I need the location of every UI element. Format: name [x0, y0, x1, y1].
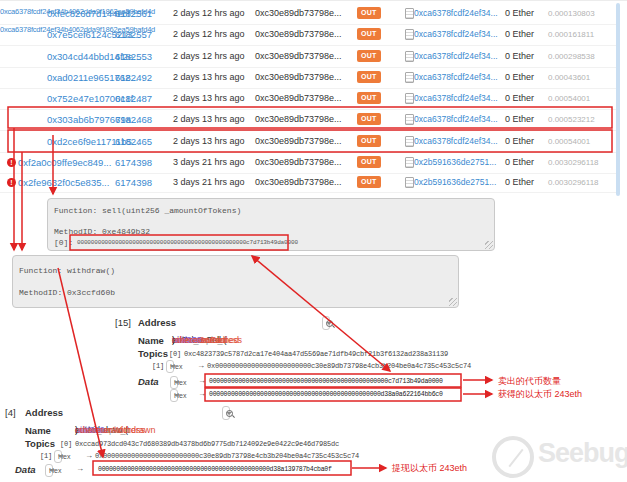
- tx-hash-link[interactable]: 0xf2a0c09ffe9ec849...: [18, 152, 111, 173]
- value-text: 0 Ether: [505, 152, 534, 173]
- txfee-text: 0.00054001: [548, 88, 590, 109]
- value-text: 0 Ether: [505, 88, 534, 109]
- data-value-tokens: 0000000000000000000000000000000000000000…: [209, 378, 443, 385]
- topics-label: Topics: [138, 348, 168, 359]
- block-link[interactable]: 6174398: [115, 152, 152, 173]
- from-address: 0xc30e89db73798e...: [255, 88, 342, 109]
- block-link[interactable]: 6182465: [115, 131, 152, 152]
- to-address-link[interactable]: 0xca6378fcdf24ef34...: [414, 88, 498, 109]
- contract-icon: [405, 93, 414, 104]
- arrow-glyph: →: [76, 464, 84, 473]
- to-address-link[interactable]: 0xca6378fcdf24ef34...: [414, 131, 498, 152]
- txfee-text: 0.00043601: [548, 67, 590, 88]
- txfee-text: 0.0030296118: [548, 152, 599, 173]
- seebug-watermark: Seebug: [488, 434, 627, 482]
- value-text: 0 Ether: [505, 67, 534, 88]
- topic0-value: 0xccad973dcd043c7d680389db4378bd6b9775db…: [75, 440, 339, 448]
- txfee-text: 0.000161811: [548, 24, 594, 45]
- arrow-glyph: →: [85, 451, 93, 460]
- txfee-text: 0.000130803: [548, 3, 595, 24]
- to-address-link[interactable]: 0xca6378fcdf24ef34...: [414, 109, 498, 130]
- age-text: 2 days 12 hrs ago: [173, 46, 245, 67]
- lookup-button[interactable]: [222, 406, 230, 420]
- scrollbar[interactable]: [616, 3, 620, 196]
- name-label: Name: [138, 335, 164, 346]
- age-text: 2 days 13 hrs ago: [173, 131, 245, 152]
- data-label: Data: [138, 376, 159, 387]
- txfee-text: 0.00054001: [548, 131, 590, 152]
- table-row: 0x752e47e10700c1f... 6182487 2 days 13 h…: [0, 88, 616, 110]
- table-row-withdraw-tx: 0xd2ce6f9e11711b5... 6182465 2 days 13 h…: [0, 131, 616, 153]
- block-link[interactable]: 6182492: [115, 67, 152, 88]
- arrow-glyph: →: [198, 389, 206, 398]
- sell-input-data-box: Function: sell(uint256 _amountOfTokens) …: [47, 198, 495, 251]
- tx-table: 0xfec826d7d144ecf... 6182561 2 days 12 h…: [0, 0, 627, 197]
- chevron-down-icon: [174, 381, 180, 384]
- value-text: 0 Ether: [505, 24, 534, 45]
- topic-index: [0]: [60, 440, 72, 448]
- hex-dropdown[interactable]: Hex: [54, 450, 62, 463]
- txfee-text: 0.000298538: [548, 46, 595, 67]
- txfee-text: 0.0030296118: [548, 172, 599, 193]
- block-link[interactable]: 6182468: [115, 109, 152, 130]
- topic1-value: 0x000000000000000000000000c30e89db73798e…: [95, 452, 359, 460]
- to-address-link[interactable]: 0xca6378fcdf24ef34...: [414, 3, 498, 24]
- param-value: 0000000000000000000000000000000000000000…: [77, 239, 298, 246]
- to-address-link[interactable]: 0x2b591636de2751...: [414, 172, 496, 193]
- resize-grip-icon[interactable]: [449, 298, 457, 306]
- arrow-glyph: →: [198, 376, 206, 385]
- block-link[interactable]: 6174398: [115, 172, 152, 193]
- table-row: 0xad0211e9651762... 6182492 2 days 13 hr…: [0, 67, 616, 89]
- direction-badge: OUT: [357, 113, 381, 125]
- age-text: 2 days 12 hrs ago: [173, 24, 245, 45]
- data-label: Data: [15, 464, 36, 475]
- table-row: 0xfec826d7d144ecf... 6182561 2 days 12 h…: [0, 3, 616, 25]
- to-address-link[interactable]: 0x2b591636de2751...: [414, 152, 496, 173]
- contract-icon: [405, 177, 414, 188]
- to-address-link[interactable]: 0xca6378fcdf24ef34...: [414, 24, 498, 45]
- block-link[interactable]: 6182553: [115, 46, 152, 67]
- method-id: MethodID: 0xe4849b32: [54, 227, 150, 236]
- contract-icon: [405, 136, 414, 147]
- topic1-value: 0x000000000000000000000000c30e89db73798e…: [207, 362, 471, 370]
- value-text: 0 Ether: [505, 131, 534, 152]
- hex-dropdown[interactable]: Hex: [166, 360, 174, 373]
- withdraw-input-data-box: Function: withdraw() MethodID: 0x3ccfd60…: [12, 255, 459, 308]
- annotated-etherscan-screenshot: 0xfec826d7d144ecf... 6182561 2 days 12 h…: [0, 0, 627, 482]
- chevron-down-icon: [58, 455, 64, 458]
- name-label: Name: [25, 425, 51, 436]
- method-id: MethodID: 0x3ccfd60b: [19, 288, 115, 297]
- function-signature: Function: withdraw(): [19, 266, 115, 275]
- resize-grip-icon[interactable]: [485, 241, 493, 249]
- hex-dropdown[interactable]: Hex: [170, 389, 178, 402]
- direction-badge: OUT: [357, 135, 381, 147]
- age-text: 2 days 12 hrs ago: [173, 3, 245, 24]
- table-row: ! 0x2fe9632f0c5e835... 6174398 3 days 21…: [0, 172, 616, 193]
- chevron-down-icon: [174, 394, 180, 397]
- direction-badge: OUT: [357, 92, 381, 104]
- direction-badge: OUT: [357, 28, 381, 40]
- from-address: 0xc30e89db73798e...: [255, 172, 342, 193]
- to-address-link[interactable]: 0xca6378fcdf24ef34...: [414, 46, 498, 67]
- direction-badge: OUT: [357, 156, 381, 168]
- block-link[interactable]: 6182557: [115, 24, 152, 45]
- to-address-link[interactable]: 0xca6378fcdf24ef34...: [414, 67, 498, 88]
- seebug-logo-icon: [492, 436, 534, 478]
- address-label: Address: [138, 317, 176, 328]
- tx-hash-link[interactable]: 0x2fe9632f0c5e835...: [18, 172, 109, 193]
- direction-badge: OUT: [357, 50, 381, 62]
- arrow-glyph: →: [197, 361, 205, 370]
- direction-badge: OUT: [357, 7, 381, 19]
- from-address: 0xc30e89db73798e...: [255, 131, 342, 152]
- contract-icon: [405, 8, 414, 19]
- hex-dropdown[interactable]: Hex: [45, 464, 53, 477]
- value-text: 0 Ether: [505, 46, 534, 67]
- value-text: 0 Ether: [505, 109, 534, 130]
- lookup-button[interactable]: [322, 316, 330, 330]
- from-address: 0xc30e89db73798e...: [255, 109, 342, 130]
- block-link[interactable]: 6182487: [115, 88, 152, 109]
- block-link[interactable]: 6182561: [115, 3, 152, 24]
- error-icon: !: [7, 158, 16, 167]
- value-text: 0 Ether: [505, 172, 534, 193]
- hex-dropdown[interactable]: Hex: [170, 376, 178, 389]
